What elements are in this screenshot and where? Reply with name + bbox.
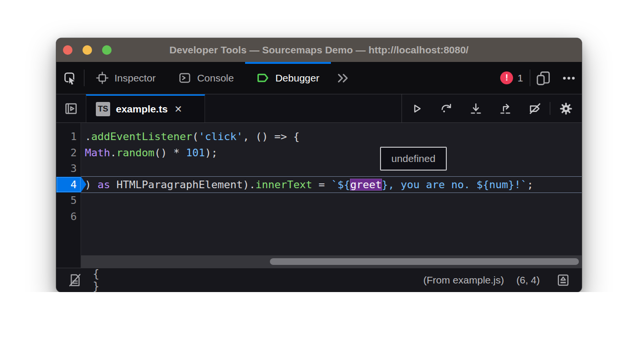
- close-tab-icon[interactable]: ✕: [174, 101, 184, 117]
- titlebar: Developer Tools — Sourcemaps Demo — http…: [56, 38, 582, 62]
- hovered-token: greet: [350, 179, 381, 191]
- step-in-button[interactable]: [461, 94, 491, 122]
- debugger-icon: [257, 71, 269, 84]
- scrollbar-thumb[interactable]: [270, 258, 579, 265]
- toolbar-spacer: [355, 62, 501, 94]
- code-token: ;: [527, 179, 533, 191]
- line-number[interactable]: 5: [56, 192, 81, 209]
- code-token: `${: [331, 179, 350, 191]
- line-number[interactable]: 6: [56, 209, 81, 225]
- tab-inspector[interactable]: Inspector: [84, 62, 167, 94]
- toggle-sources-panel-button[interactable]: [56, 94, 86, 122]
- code-token: ).: [243, 179, 256, 191]
- step-over-button[interactable]: [432, 94, 461, 122]
- horizontal-scrollbar[interactable]: [81, 255, 582, 268]
- ignore-source-button[interactable]: [64, 271, 86, 290]
- responsive-design-mode-icon: [535, 71, 551, 86]
- paused-line-marker[interactable]: 4: [56, 177, 81, 193]
- step-over-icon: [440, 102, 453, 115]
- source-tab-row: TS example.ts ✕: [56, 94, 582, 123]
- code-editor[interactable]: 1.addEventListener('click', () => {2Math…: [56, 123, 582, 268]
- code-text: [81, 209, 582, 225]
- step-out-icon: [499, 102, 512, 115]
- typescript-file-icon: TS: [96, 102, 110, 116]
- code-token: 101: [186, 147, 205, 159]
- variable-preview-tooltip: undefined: [380, 147, 447, 171]
- source-map-button[interactable]: [552, 271, 574, 290]
- gear-icon: [559, 101, 573, 116]
- code-token: =: [312, 179, 331, 191]
- devtools-menu-button[interactable]: [556, 62, 582, 94]
- code-token: () *: [154, 147, 186, 159]
- step-out-button[interactable]: [491, 94, 520, 122]
- tab-label: Debugger: [275, 72, 319, 84]
- debugger-settings-button[interactable]: [550, 94, 582, 122]
- code-line[interactable]: 1.addEventListener('click', () => {: [56, 129, 582, 145]
- code-text: [81, 161, 582, 177]
- code-token: }, you are no. ${num}!`: [382, 179, 527, 191]
- code-line[interactable]: 3: [56, 161, 582, 177]
- line-number[interactable]: 3: [56, 161, 81, 177]
- pretty-print-button[interactable]: { }: [86, 271, 108, 290]
- mapped-source-label: (From example.js): [423, 274, 504, 286]
- meatball-menu-icon: [562, 71, 576, 85]
- code-text: Math.random() * 101);: [81, 145, 582, 161]
- code-token: (: [192, 131, 198, 142]
- tab-label: Console: [197, 72, 234, 84]
- editor-footer: { } (From example.js) (6, 4): [56, 268, 582, 292]
- code-token: );: [205, 147, 218, 159]
- inspector-icon: [96, 71, 109, 84]
- code-token: Math: [85, 147, 110, 159]
- code-token: HTMLParagraphElement: [116, 179, 243, 191]
- tab-label: Inspector: [114, 72, 155, 84]
- devtools-window: Developer Tools — Sourcemaps Demo — http…: [56, 38, 582, 292]
- blackbox-source-icon: [68, 273, 82, 287]
- code-token: random: [116, 147, 154, 159]
- zoom-window-button[interactable]: [102, 45, 112, 55]
- resume-button[interactable]: [402, 94, 432, 122]
- line-number[interactable]: 2: [56, 145, 81, 161]
- all-tabs-button[interactable]: [331, 62, 355, 94]
- tab-console[interactable]: Console: [167, 62, 245, 94]
- console-icon: [178, 71, 191, 84]
- deactivate-breakpoints-button[interactable]: [520, 94, 550, 122]
- code-line[interactable]: 2Math.random() * 101);: [56, 145, 582, 161]
- tabrow-spacer: [205, 94, 401, 122]
- code-token: addEventListener: [91, 131, 192, 142]
- line-number[interactable]: 1: [56, 129, 81, 145]
- code-line[interactable]: 6: [56, 209, 582, 225]
- resume-icon: [410, 102, 423, 115]
- code-text: ) as HTMLParagraphElement).innerText = `…: [81, 177, 582, 193]
- responsive-design-mode-button[interactable]: [530, 62, 556, 94]
- code-token: as: [98, 179, 111, 191]
- devtools-toolbar: Inspector Console Debugger: [56, 62, 582, 94]
- paused-code-line[interactable]: 4) as HTMLParagraphElement).innerText = …: [56, 177, 582, 193]
- code-token: .: [85, 131, 91, 142]
- pick-element-icon: [63, 71, 77, 85]
- code-token: 'click': [198, 131, 243, 142]
- code-token: , () => {: [243, 131, 299, 142]
- close-window-button[interactable]: [63, 45, 72, 55]
- code-token: [110, 179, 116, 191]
- code-token: .: [110, 147, 116, 159]
- code-text: [81, 192, 582, 209]
- step-in-icon: [469, 102, 483, 115]
- error-count: 1: [517, 72, 523, 84]
- code-token: innerText: [256, 179, 312, 191]
- tab-debugger[interactable]: Debugger: [245, 62, 330, 94]
- chevron-double-right-icon: [336, 71, 350, 85]
- pick-element-button[interactable]: [56, 62, 84, 94]
- error-counter[interactable]: ! 1: [500, 62, 530, 94]
- source-tab-example-ts[interactable]: TS example.ts ✕: [86, 94, 205, 122]
- source-filename: example.ts: [116, 103, 168, 115]
- cursor-position: (6, 4): [516, 274, 540, 286]
- open-original-source-icon: [556, 273, 570, 287]
- deactivate-breakpoints-icon: [528, 101, 542, 116]
- minimize-window-button[interactable]: [82, 45, 92, 55]
- sidebar-toggle-icon: [64, 101, 78, 116]
- code-line[interactable]: 5: [56, 192, 582, 209]
- error-icon: !: [500, 71, 513, 84]
- code-lines: 1.addEventListener('click', () => {2Math…: [56, 129, 582, 224]
- code-token: ): [85, 179, 98, 191]
- traffic-lights: [63, 45, 116, 55]
